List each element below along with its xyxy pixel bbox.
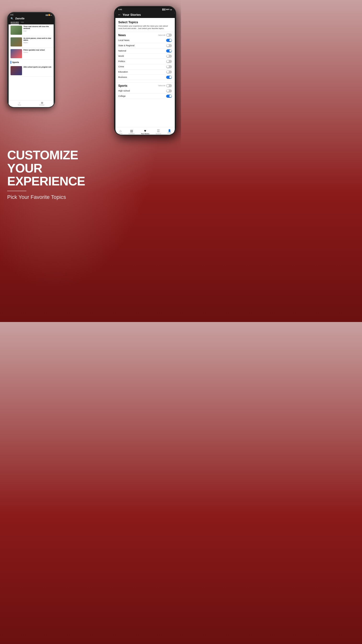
business-knob: [169, 76, 172, 78]
world-knob: [167, 55, 169, 57]
back-status-bar: 9:41 ▐▐▐ 📶 ▬: [8, 14, 54, 16]
back-tab-headlines[interactable]: HEADLINES: [10, 21, 19, 24]
news-select-all-knob: [167, 34, 169, 36]
college-knob: [169, 95, 172, 97]
back-news-text-1: Three road closures will close this week…: [23, 26, 52, 32]
back-sports-header: Sports: [8, 60, 54, 65]
college-label: College: [118, 95, 126, 97]
back-news-item-2[interactable]: As storm passes, crews work to clear deb…: [8, 36, 54, 48]
front-status-time: 9:41: [118, 8, 122, 10]
local-news-label: Local News: [118, 39, 129, 42]
business-toggle[interactable]: [166, 76, 172, 79]
home-icon: ⌂: [119, 129, 121, 133]
sports-select-all-label: Select All: [158, 85, 165, 86]
back-tab-you[interactable]: YOU: [21, 21, 24, 24]
profile-nav-label: Profile: [168, 132, 172, 134]
sports-category-section: Sports Select All High School: [115, 82, 175, 100]
back-tabs: HEADLINES YOU: [8, 21, 54, 24]
back-news-item-3[interactable]: Police operation near school Crime a...: [8, 48, 54, 60]
world-toggle[interactable]: [166, 54, 172, 58]
back-news-title-1: Three road closures will close this week…: [23, 26, 52, 30]
sports-category-header: Sports Select All: [118, 84, 172, 88]
toggle-crime[interactable]: Crime: [118, 64, 172, 70]
your-stories-icon: ♥: [144, 129, 146, 133]
toggle-local-news[interactable]: Local News: [118, 38, 172, 43]
toggle-world[interactable]: World: [118, 54, 172, 59]
promo-line3-text: EXPERIENCE: [7, 174, 85, 188]
news-select-all-container: Select All: [158, 34, 172, 37]
crime-label: Crime: [118, 66, 124, 68]
eedition-nav-label: E-Edition: [129, 133, 135, 134]
high-school-toggle[interactable]: [166, 89, 172, 92]
promo-divider: [7, 191, 26, 191]
back-search-icon[interactable]: 🔍: [10, 17, 13, 20]
nav-sections[interactable]: ☰ Sections: [156, 129, 161, 134]
sports-select-all-toggle[interactable]: [166, 84, 172, 87]
page-title: Your Stories: [123, 13, 141, 16]
national-knob: [169, 50, 172, 52]
select-topics-desc: Personalize your experience with the new…: [118, 25, 172, 30]
promo-line1-text: CUSTOMIZE: [7, 148, 78, 162]
sports-select-all-knob: [167, 84, 169, 87]
business-label: Business: [118, 76, 127, 78]
eedition-icon: ▦: [130, 129, 133, 133]
sports-select-all-container: Select All: [158, 84, 172, 87]
crime-knob: [167, 66, 169, 68]
news-select-all-toggle[interactable]: [166, 34, 172, 37]
back-nav-home[interactable]: ⌂ Home: [18, 101, 21, 106]
promo-line2-text: YOUR: [7, 161, 42, 175]
national-toggle[interactable]: [166, 49, 172, 52]
state-regional-toggle[interactable]: [166, 44, 172, 47]
education-label: Education: [118, 71, 128, 73]
politics-toggle[interactable]: [166, 60, 172, 63]
back-news-tag-3: Crime a...: [23, 52, 52, 53]
phone-notch: [140, 9, 150, 11]
front-phone-inner: 9:41 ▐▐▐ WiFi ▬ ← Your Stories Select To…: [115, 8, 175, 135]
back-news-thumb-3: [10, 49, 22, 58]
back-eedition-label: E-Edition: [39, 104, 44, 106]
news-select-all-label: Select All: [158, 34, 165, 36]
back-phone-screen: 9:41 ▐▐▐ 📶 ▬ 🔍 Danville HEADLINES YOU: [8, 14, 54, 108]
nav-profile[interactable]: 👤 Profile: [168, 129, 172, 134]
back-news-thumb-1: [10, 26, 22, 35]
nav-your-stories[interactable]: ♥ Your Stories: [141, 129, 149, 134]
back-bottom-nav: ⌂ Home ▦ E-Edition: [8, 100, 54, 106]
local-news-knob: [169, 39, 172, 42]
back-home-label: Home: [18, 104, 21, 106]
nav-home[interactable]: ⌂ Home: [118, 129, 122, 134]
toggle-education[interactable]: Education: [118, 70, 172, 75]
screen-content: Select Topics Personalize your experienc…: [115, 18, 175, 127]
back-news-title-2: As storm passes, crews work to clear deb…: [23, 38, 52, 42]
toggle-business[interactable]: Business: [118, 75, 172, 80]
high-school-knob: [167, 90, 169, 92]
back-arrow-icon[interactable]: ←: [118, 13, 121, 16]
toggle-college[interactable]: College: [118, 94, 172, 99]
bottom-navigation: ⌂ Home ▦ E-Edition ♥ Your Stories ☰ Sect…: [115, 127, 175, 135]
back-section-bar: [10, 61, 11, 64]
back-home-icon: ⌂: [19, 101, 20, 104]
back-news-tag-2: Weather: [23, 42, 52, 43]
national-label: National: [118, 50, 126, 52]
toggle-national[interactable]: National: [118, 48, 172, 54]
back-news-text-3: Police operation near school Crime a...: [23, 49, 52, 53]
education-toggle[interactable]: [166, 70, 172, 74]
back-app-header: 🔍 Danville: [8, 16, 54, 21]
back-sports-item[interactable]: After-school sports cut, program cuts: [8, 65, 54, 77]
your-stories-nav-label: Your Stories: [141, 133, 149, 134]
toggle-state-regional[interactable]: State & Regional: [118, 43, 172, 48]
college-toggle[interactable]: [166, 95, 172, 98]
back-news-title-3: Police operation near school: [23, 49, 52, 51]
local-news-toggle[interactable]: [166, 39, 172, 42]
select-topics-section: Select Topics Personalize your experienc…: [115, 18, 175, 32]
back-sports-title: Sports: [12, 61, 19, 64]
back-phone-side-buttons: [7, 32, 8, 48]
nav-eedition[interactable]: ▦ E-Edition: [129, 129, 135, 134]
home-nav-label: Home: [118, 133, 122, 134]
back-nav-eedition[interactable]: ▦ E-Edition: [39, 101, 44, 106]
back-news-item-1[interactable]: Three road closures will close this week…: [8, 24, 54, 36]
toggle-high-school[interactable]: High School: [118, 88, 172, 94]
toggle-politics[interactable]: Politics: [118, 59, 172, 64]
crime-toggle[interactable]: [166, 65, 172, 68]
phones-showcase: 9:41 ▐▐▐ 📶 ▬ 🔍 Danville HEADLINES YOU: [0, 5, 181, 139]
profile-icon: 👤: [168, 129, 171, 132]
